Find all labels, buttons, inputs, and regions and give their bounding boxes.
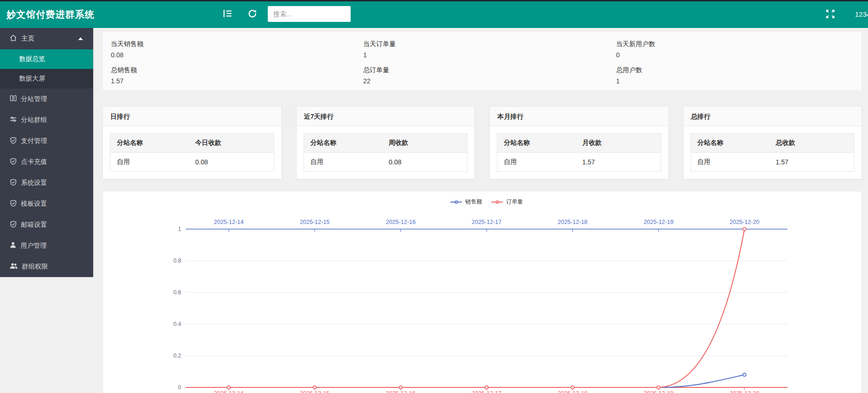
stat-cell-1: 当天订单量1 [363, 36, 616, 62]
stat-cell-5: 总用户数1 [616, 62, 861, 88]
data-point-orders [743, 228, 746, 231]
x-axis-top-label: 2025-12-15 [300, 219, 330, 225]
sidebar-collapse-icon[interactable] [223, 9, 232, 20]
sidebar-home-submenu: 数据总览数据大屏 [0, 49, 93, 88]
ranking-card-title: 总排行 [684, 107, 862, 126]
y-axis-tick-label: 0.8 [173, 257, 181, 264]
stat-label: 总销售额 [111, 66, 363, 75]
table-row: 自用1.57 [691, 153, 854, 172]
sidebar-item-label: 分站群组 [21, 116, 47, 124]
current-username[interactable]: 12345 [855, 0, 868, 28]
search-input[interactable] [268, 6, 351, 22]
fullscreen-icon[interactable] [826, 10, 834, 20]
x-axis-bottom-label: 2025-12-19 [644, 390, 673, 393]
shield-check-icon [10, 179, 17, 187]
ranking-card-2: 本月排行分站名称月收款自用1.57 [489, 106, 669, 179]
table-cell: 0.08 [382, 153, 468, 172]
sidebar-items: 分站管理分站群组支付管理点卡充值系统设置模板设置邮箱设置用户管理群组权限 [0, 88, 93, 277]
data-point-orders [399, 386, 402, 389]
sidebar-item-label: 分站管理 [21, 95, 47, 103]
user-icon [10, 242, 16, 250]
legend-label: 销售额 [465, 198, 482, 206]
x-axis-bottom-label: 2025-12-18 [558, 390, 588, 393]
sidebar-item-label: 群组权限 [22, 263, 48, 271]
ranking-card-3: 总排行分站名称总收款自用1.57 [683, 106, 862, 179]
ranking-col-header: 分站名称 [110, 134, 189, 153]
legend-label: 订单量 [506, 198, 523, 206]
refresh-icon[interactable] [248, 9, 257, 20]
stat-label: 当天销售额 [111, 40, 363, 48]
data-point-orders [571, 386, 574, 389]
legend-item-1[interactable]: 订单量 [491, 198, 523, 206]
sidebar-item-label: 支付管理 [21, 137, 47, 145]
ranking-col-header: 分站名称 [691, 134, 769, 153]
sidebar-item-label: 邮箱设置 [21, 221, 47, 229]
sales-orders-line-chart: 00.20.40.60.812025-12-142025-12-152025-1… [103, 191, 862, 393]
ranking-card-title: 日排行 [103, 107, 281, 126]
ranking-col-header: 周收款 [382, 134, 468, 153]
x-axis-bottom-label: 2025-12-20 [730, 390, 760, 393]
sidebar-subitem-1[interactable]: 数据大屏 [0, 69, 93, 88]
y-axis-tick-label: 0.4 [173, 321, 181, 327]
sidebar-subitem-0[interactable]: 数据总览 [0, 49, 93, 69]
ranking-col-header: 今日收款 [189, 134, 274, 153]
data-point-orders [313, 386, 316, 389]
shield-check-icon [10, 221, 17, 229]
table-row: 自用0.08 [110, 153, 274, 172]
ranking-card-body: 分站名称周收款自用0.08 [297, 126, 475, 179]
sliders-icon [10, 116, 17, 124]
sidebar-item-home[interactable]: 主页 [0, 28, 93, 49]
sidebar-item-0[interactable]: 分站管理 [0, 88, 93, 109]
stat-label: 当天新用户数 [616, 40, 861, 48]
ranking-table: 分站名称月收款自用1.57 [497, 133, 661, 172]
x-axis-bottom-label: 2025-12-17 [472, 390, 502, 393]
sidebar-item-5[interactable]: 模板设置 [0, 193, 93, 214]
sidebar-item-1[interactable]: 分站群组 [0, 109, 93, 130]
x-axis-bottom-label: 2025-12-14 [214, 390, 244, 393]
stat-value: 1 [616, 77, 861, 85]
top-navbar: 妙文馆付费进群系统 12345 [0, 0, 868, 28]
x-axis-top-label: 2025-12-14 [214, 219, 244, 225]
ranking-table: 分站名称周收款自用0.08 [304, 133, 468, 172]
stat-value: 22 [363, 77, 616, 85]
sidebar-item-label: 点卡充值 [21, 158, 47, 166]
sidebar-item-label: 主页 [21, 34, 34, 43]
y-axis-tick-label: 1 [178, 226, 181, 232]
legend-marker-icon [450, 202, 462, 203]
x-axis-top-label: 2025-12-19 [644, 219, 673, 225]
stat-cell-4: 总订单量22 [363, 62, 616, 88]
app-title: 妙文馆付费进群系统 [7, 0, 95, 28]
data-point-orders [227, 386, 231, 389]
dashboard-page: 妙文馆付费进群系统 12345 [0, 0, 868, 393]
table-row: 自用1.57 [497, 153, 661, 172]
stat-cell-2: 当天新用户数0 [616, 36, 861, 62]
sidebar-item-label: 模板设置 [21, 200, 47, 208]
table-cell: 自用 [691, 153, 769, 172]
legend-item-0[interactable]: 销售额 [450, 198, 482, 206]
sidebar-menu: 主页 数据总览数据大屏 分站管理分站群组支付管理点卡充值系统设置模板设置邮箱设置… [0, 28, 93, 277]
sidebar-item-4[interactable]: 系统设置 [0, 172, 93, 193]
sidebar-item-6[interactable]: 邮箱设置 [0, 214, 93, 235]
table-row: 自用0.08 [304, 153, 468, 172]
sidebar-item-7[interactable]: 用户管理 [0, 235, 93, 256]
ranking-table: 分站名称今日收款自用0.08 [110, 133, 274, 172]
users-icon [10, 263, 18, 271]
stats-grid: 当天销售额0.08当天订单量1当天新用户数0总销售额1.57总订单量22总用户数… [103, 32, 861, 88]
stats-summary-card: 当天销售额0.08当天订单量1当天新用户数0总销售额1.57总订单量22总用户数… [102, 31, 862, 91]
sidebar-item-8[interactable]: 群组权限 [0, 256, 93, 277]
stat-label: 当天订单量 [363, 40, 616, 48]
ranking-card-0: 日排行分站名称今日收款自用0.08 [102, 106, 282, 179]
x-axis-top-label: 2025-12-16 [386, 219, 415, 225]
stat-label: 总用户数 [616, 66, 861, 75]
stat-label: 总订单量 [363, 66, 616, 75]
shield-check-icon [10, 158, 17, 166]
stat-cell-0: 当天销售额0.08 [111, 36, 363, 62]
chart-legend: 销售额订单量 [450, 198, 523, 206]
sidebar-item-2[interactable]: 支付管理 [0, 130, 93, 151]
ranking-card-body: 分站名称总收款自用1.57 [684, 126, 862, 179]
table-cell: 自用 [110, 153, 189, 172]
legend-dot [454, 200, 458, 203]
sidebar-item-3[interactable]: 点卡充值 [0, 151, 93, 172]
stat-value: 1.57 [111, 77, 363, 85]
sales-chart-card: 销售额订单量 00.20.40.60.812025-12-142025-12-1… [102, 191, 862, 393]
